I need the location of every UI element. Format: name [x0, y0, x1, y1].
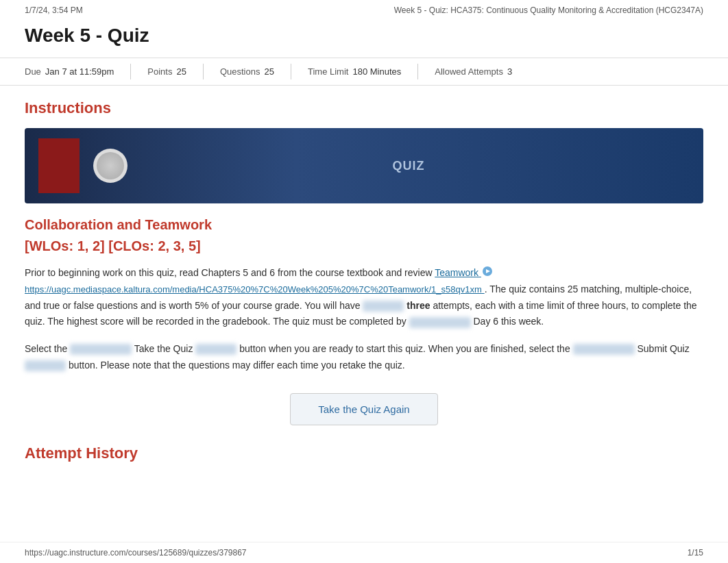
points-label: Points — [147, 66, 172, 77]
instructions-title: Instructions — [25, 99, 703, 117]
banner-logo — [93, 149, 128, 183]
allowed-attempts-label: Allowed Attempts — [435, 66, 503, 77]
questions-value: 25 — [264, 66, 274, 77]
footer-page: 1/15 — [688, 548, 703, 558]
breadcrumb: Week 5 - Quiz: HCA375: Continuous Qualit… — [394, 5, 703, 15]
body-text-4: this week. — [501, 316, 544, 327]
content-area: Instructions QUIZ Collaboration and Team… — [0, 86, 728, 490]
select-text: Select the — [25, 343, 67, 354]
questions-item: Questions 25 — [220, 64, 291, 79]
button-text-2: button. Please note that the questions m… — [69, 360, 405, 371]
take-quiz-button[interactable]: Take the Quiz Again — [290, 393, 437, 425]
body-text-1: Prior to beginning work on this quiz, re… — [25, 267, 433, 278]
meta-row: Due Jan 7 at 11:59pm Points 25 Questions… — [0, 58, 728, 86]
due-item: Due Jan 7 at 11:59pm — [25, 64, 131, 79]
blurred-take-quiz — [70, 344, 132, 355]
blurred-button1 — [195, 344, 236, 355]
time-limit-value: 180 Minutes — [352, 66, 401, 77]
banner-logo-inner — [97, 152, 124, 179]
footer-url: https://uagc.instructure.com/courses/125… — [25, 548, 247, 558]
time-limit-item: Time Limit 180 Minutes — [308, 64, 418, 79]
banner-left-decoration — [38, 138, 80, 193]
three-text: three — [407, 300, 430, 311]
allowed-attempts-value: 3 — [507, 66, 512, 77]
attempt-history-title: Attempt History — [25, 445, 703, 462]
points-item: Points 25 — [147, 64, 204, 79]
instructions-paragraph-2: Select the Take the Quiz button when you… — [25, 341, 703, 374]
button-text: button when you are ready to start this … — [239, 343, 570, 354]
due-label: Due — [25, 66, 41, 77]
quiz-banner: QUIZ — [25, 128, 703, 203]
due-value: Jan 7 at 11:59pm — [45, 66, 114, 77]
datetime: 1/7/24, 3:54 PM — [25, 5, 83, 15]
quiz-wlos: [WLOs: 1, 2] [CLOs: 2, 3, 5] — [25, 238, 703, 254]
page-title: Week 5 - Quiz — [0, 18, 728, 58]
points-value: 25 — [176, 66, 186, 77]
blurred-submit — [573, 344, 635, 355]
take-quiz-container: Take the Quiz Again — [25, 393, 703, 425]
link-url[interactable]: https://uagc.mediaspace.kaltura.com/medi… — [25, 284, 482, 295]
take-quiz-inline: Take the Quiz — [134, 343, 193, 354]
blurred-day6-before — [409, 317, 471, 328]
time-limit-label: Time Limit — [308, 66, 348, 77]
allowed-attempts-item: Allowed Attempts 3 — [435, 64, 529, 79]
blurred-attempts-before — [363, 301, 404, 312]
blurred-button2 — [25, 360, 66, 371]
banner-text: QUIZ — [128, 159, 690, 173]
footer-bar: https://uagc.instructure.com/courses/125… — [0, 542, 728, 563]
questions-label: Questions — [220, 66, 260, 77]
instructions-paragraph-1: Prior to beginning work on this quiz, re… — [25, 265, 703, 330]
quiz-subtitle: Collaboration and Teamwork — [25, 217, 703, 233]
top-bar: 1/7/24, 3:54 PM Week 5 - Quiz: HCA375: C… — [0, 0, 728, 18]
submit-inline: Submit Quiz — [637, 343, 689, 354]
day6-text: Day 6 — [473, 316, 498, 327]
